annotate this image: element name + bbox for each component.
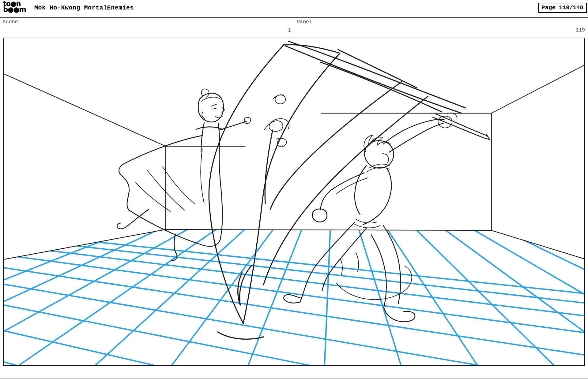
header: to●n b●●m Mok Ho-Kwong MortalEnemies Pag… bbox=[0, 0, 588, 18]
panel-cell: Panel 119 bbox=[294, 18, 588, 34]
swing-arcs bbox=[209, 41, 466, 339]
storyboard-panel-frame bbox=[3, 38, 585, 366]
scene-label: Scene bbox=[2, 19, 292, 25]
caption-strip bbox=[0, 372, 588, 378]
figure-right bbox=[284, 113, 489, 322]
toonboom-logo-icon: to●n b●●m bbox=[3, 1, 26, 13]
panel-drawing bbox=[4, 38, 584, 365]
scene-cell: Scene 1 bbox=[0, 18, 294, 34]
scene-panel-row: Scene 1 Panel 119 bbox=[0, 18, 588, 34]
floor-grid bbox=[4, 148, 584, 365]
panel-label: Panel bbox=[297, 19, 586, 25]
panel-value: 119 bbox=[575, 27, 585, 33]
room-outline bbox=[4, 65, 584, 259]
project-title: Mok Ho-Kwong MortalEnemies bbox=[34, 4, 134, 11]
storyboard-page: to●n b●●m Mok Ho-Kwong MortalEnemies Pag… bbox=[0, 0, 588, 378]
scene-value: 1 bbox=[288, 27, 291, 33]
figure-left bbox=[117, 89, 289, 261]
logo-line-2: b●●m bbox=[3, 7, 26, 13]
page-number-box: Page 119/148 bbox=[538, 3, 587, 13]
